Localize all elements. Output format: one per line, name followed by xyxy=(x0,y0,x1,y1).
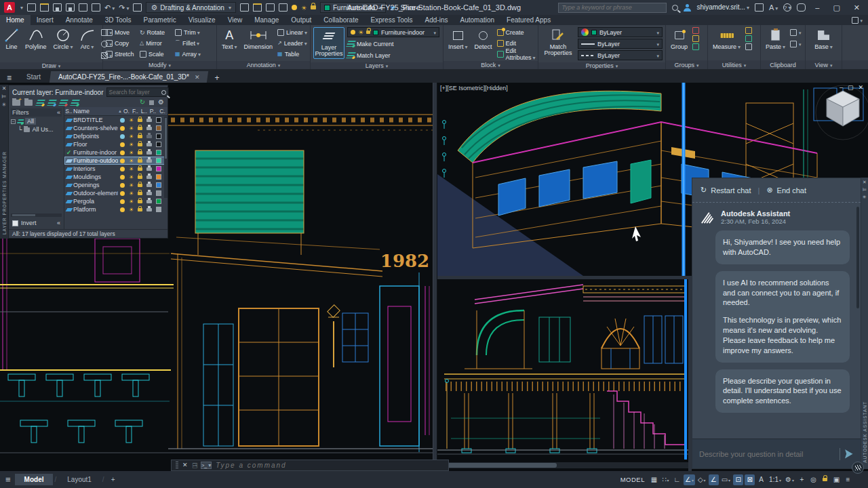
doc-minimize-icon[interactable]: – xyxy=(840,84,843,91)
viewport-splitter-vertical[interactable] xyxy=(433,83,437,471)
layer-freeze-icon[interactable] xyxy=(127,142,136,148)
layer-color-swatch[interactable] xyxy=(156,207,161,212)
doc-restore-icon[interactable]: ▢ xyxy=(848,84,854,91)
panel-label-view[interactable]: View xyxy=(806,60,842,69)
layer-color-swatch[interactable] xyxy=(156,117,161,123)
assistant-properties-icon[interactable]: ✳ xyxy=(863,195,867,199)
viewport-scrollbar[interactable] xyxy=(437,462,688,468)
layer-dropdown[interactable]: Furniture-indoor xyxy=(347,27,439,37)
filters-scrollbar[interactable] xyxy=(11,214,62,217)
layer-properties-button[interactable]: Layer Properties xyxy=(313,27,344,59)
open-from-web-icon[interactable] xyxy=(253,3,262,12)
snap-mode-toggle[interactable]: ∷ xyxy=(660,474,671,485)
username[interactable]: shiyamdev.srit... xyxy=(696,4,749,11)
layer-plot-icon[interactable] xyxy=(146,176,152,179)
layer-on-icon[interactable] xyxy=(120,118,125,123)
display-icon[interactable] xyxy=(266,3,275,12)
open-file-icon[interactable] xyxy=(40,3,49,12)
layer-on-icon[interactable] xyxy=(120,175,125,180)
layer-plot-icon[interactable] xyxy=(146,143,152,146)
edit-attributes-button[interactable]: Edit Attributes xyxy=(497,49,536,59)
layer-freeze-icon[interactable] xyxy=(127,150,136,156)
new-drawing-button[interactable]: + xyxy=(210,73,225,83)
window-close-button[interactable]: ✕ xyxy=(850,3,864,12)
panel-label-modify[interactable]: Modify xyxy=(103,61,216,69)
delete-layer-icon[interactable] xyxy=(58,100,68,106)
match-layer-button[interactable]: Match Layer xyxy=(347,50,440,60)
trim-button[interactable]: Trim xyxy=(175,27,206,37)
array-button[interactable]: ▦Array xyxy=(175,49,206,59)
palette-autohide-icon[interactable]: ⊨ xyxy=(2,94,7,100)
palette-close-icon[interactable]: ✕ xyxy=(2,86,7,92)
layout-menu-icon[interactable]: ≡ xyxy=(5,475,11,484)
lock-ui-toggle[interactable] xyxy=(820,474,830,485)
layer-on-icon[interactable] xyxy=(120,142,125,147)
layer-on-icon[interactable] xyxy=(120,191,125,196)
layer-plot-icon[interactable] xyxy=(146,192,152,195)
screen-share-icon[interactable] xyxy=(279,3,288,12)
text-button[interactable]: AText xyxy=(220,27,239,51)
layer-row[interactable]: Mouldings xyxy=(64,173,167,181)
layer-row-current[interactable]: Furniture-indoor xyxy=(64,148,167,157)
new-layout-button[interactable]: + xyxy=(106,474,121,485)
match-properties-button[interactable]: Match Properties xyxy=(541,27,575,58)
restart-chat-button[interactable]: Restart chat xyxy=(711,186,751,195)
send-icon[interactable] xyxy=(846,449,854,459)
create-block-button[interactable]: Create xyxy=(497,27,536,37)
viewport-controls-label[interactable]: [+][SE Isometric][Hidden] xyxy=(440,85,508,92)
new-layer-icon[interactable] xyxy=(47,100,57,106)
end-chat-button[interactable]: End chat xyxy=(777,186,806,195)
layer-plot-icon[interactable] xyxy=(146,184,152,187)
layer-list-scrollbar[interactable] xyxy=(164,117,167,198)
leader-tool[interactable]: ↗Leader xyxy=(277,38,307,48)
tab-start[interactable]: Start xyxy=(18,71,50,83)
insert-button[interactable]: Insert xyxy=(446,27,470,51)
save-icon[interactable] xyxy=(53,3,62,12)
layer-plot-icon[interactable] xyxy=(146,208,152,211)
move-button[interactable]: Move xyxy=(106,27,136,37)
layer-row[interactable]: Floor xyxy=(64,140,167,148)
tab-view[interactable]: View xyxy=(222,15,249,25)
layer-plot-icon[interactable] xyxy=(146,159,152,163)
layer-row[interactable]: Interiors xyxy=(64,165,167,173)
assistant-close-icon[interactable]: ✕ xyxy=(863,180,867,184)
layer-freeze-icon[interactable] xyxy=(127,190,136,197)
linear-tool[interactable]: Linear xyxy=(277,27,307,37)
copy-clip-tool[interactable] xyxy=(790,39,802,49)
layer-plot-icon[interactable] xyxy=(146,200,152,203)
layer-on-icon[interactable] xyxy=(120,207,125,212)
panel-label-utilities[interactable]: Utilities xyxy=(708,60,760,69)
line-button[interactable]: Line xyxy=(3,27,20,51)
tab-3d-tools[interactable]: 3D Tools xyxy=(99,15,138,25)
invert-filter[interactable]: Invert« xyxy=(11,218,62,228)
workspace-gear-icon[interactable]: ⚙ xyxy=(784,474,795,485)
tab-manage[interactable]: Manage xyxy=(248,15,285,25)
detect-button[interactable]: Detect xyxy=(473,27,494,51)
layer-row[interactable]: Defpoints xyxy=(64,132,167,140)
model-space-indicator[interactable]: MODEL xyxy=(620,476,645,483)
layer-color-swatch[interactable] xyxy=(156,182,161,188)
feedback-icon[interactable] xyxy=(797,3,806,12)
panel-label-draw[interactable]: Draw xyxy=(0,62,102,69)
help-icon[interactable] xyxy=(783,3,791,12)
layer-plot-icon[interactable] xyxy=(146,119,152,122)
window-maximize-button[interactable]: ▢ xyxy=(829,3,844,12)
layer-on-icon[interactable] xyxy=(120,134,125,139)
layer-color-swatch[interactable] xyxy=(156,190,161,196)
layer-row[interactable]: Counters-shelves xyxy=(64,124,167,132)
unlock-icon[interactable] xyxy=(311,5,316,9)
linetype-dropdown[interactable]: ByLayer xyxy=(578,50,663,60)
collapse-icon[interactable]: « xyxy=(57,220,60,226)
layer-row[interactable]: Pergola xyxy=(64,197,167,205)
circle-button[interactable]: Circle xyxy=(52,27,75,51)
dimension-button[interactable]: Dimension xyxy=(242,27,275,51)
tab-collaborate[interactable]: Collaborate xyxy=(317,15,364,25)
new-property-filter-icon[interactable] xyxy=(12,100,20,106)
layer-color-swatch[interactable] xyxy=(156,158,161,163)
app-store-cart-icon[interactable] xyxy=(755,3,764,12)
command-grip-handle[interactable] xyxy=(176,462,178,469)
polar-tracking-toggle[interactable]: ∠ xyxy=(684,474,695,485)
panel-label-clipboard[interactable]: Clipboard xyxy=(761,60,805,69)
layer-color-swatch[interactable] xyxy=(156,150,161,155)
panel-label-properties[interactable]: Properties xyxy=(538,62,665,69)
